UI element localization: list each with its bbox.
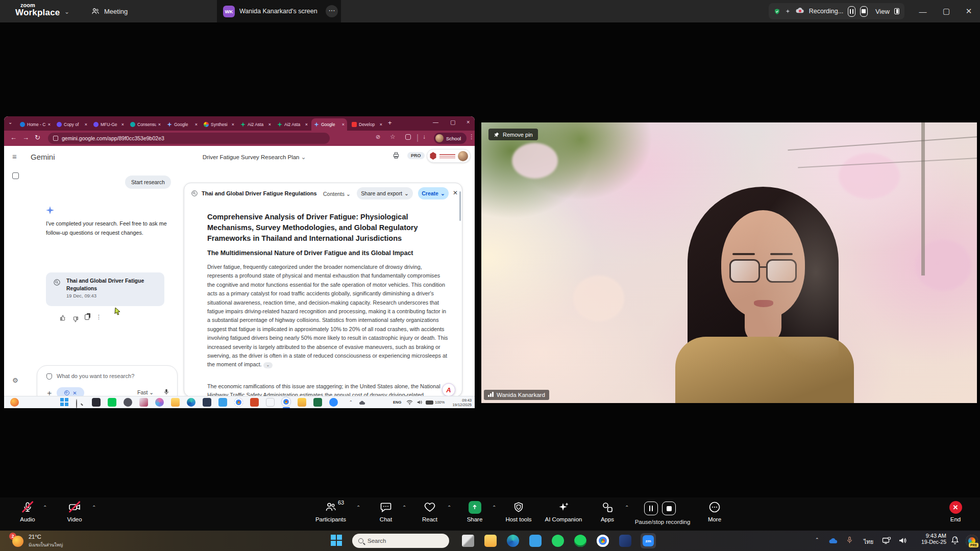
browser-close-button[interactable]: × xyxy=(467,119,470,125)
apps-chevron[interactable]: ⌃ xyxy=(625,505,629,510)
browser-tab[interactable]: Home - C× xyxy=(17,118,53,131)
settings-icon[interactable] xyxy=(124,398,132,407)
onedrive-icon[interactable] xyxy=(358,399,366,406)
eye-off-icon[interactable]: ⊘ xyxy=(376,134,380,140)
view-button[interactable]: View xyxy=(875,8,890,15)
browser-tab[interactable]: Synthesi× xyxy=(201,118,237,131)
close-button[interactable]: ✕ xyxy=(958,0,980,22)
mic-active-icon[interactable] xyxy=(846,536,853,545)
browser-tab-active[interactable]: Google× xyxy=(311,118,347,131)
video-options-chevron[interactable]: ⌃ xyxy=(92,505,96,510)
browser-tab[interactable]: Develop× xyxy=(349,118,385,131)
bookmark-star-icon[interactable]: ☆ xyxy=(390,133,396,140)
react-button[interactable]: React xyxy=(405,500,454,522)
participants-chevron[interactable]: ⌃ xyxy=(356,505,360,510)
notepad-icon[interactable] xyxy=(266,398,275,407)
close-icon[interactable]: × xyxy=(121,122,124,127)
widgets-icon[interactable] xyxy=(92,398,101,407)
language-indicator[interactable]: ไทย xyxy=(864,537,873,546)
start-icon[interactable] xyxy=(331,535,343,547)
tab-meeting[interactable]: Meeting xyxy=(91,0,128,22)
snipping-tool-icon[interactable] xyxy=(139,398,148,407)
browser-profile-button[interactable]: School xyxy=(434,133,467,144)
conversation-title[interactable]: Driver Fatigue Survey Research Plan ⌄ xyxy=(152,154,356,161)
browser-tab[interactable]: MFU-Ge× xyxy=(91,118,127,131)
clock[interactable]: 09:43 19/12/2025 xyxy=(447,398,472,407)
start-icon[interactable] xyxy=(60,398,69,407)
battery-icon[interactable] xyxy=(426,400,433,405)
whatsapp-icon[interactable] xyxy=(552,535,564,547)
downloads-icon[interactable] xyxy=(298,398,306,407)
store-icon[interactable] xyxy=(218,398,227,407)
cast-display-icon[interactable] xyxy=(882,536,891,545)
address-bar[interactable]: gemini.google.com/app/89f0cc353e9b02e3 xyxy=(48,133,330,144)
audio-options-chevron[interactable]: ⌃ xyxy=(43,505,47,510)
acrobat-pdf-fab[interactable]: A xyxy=(442,383,455,396)
ai-companion-button[interactable]: AI Companion xyxy=(539,500,588,522)
copy-icon[interactable] xyxy=(85,314,89,320)
new-chat-icon[interactable] xyxy=(12,172,19,179)
tray-expand-icon[interactable]: ⌃ xyxy=(815,537,819,542)
chrome-active-icon[interactable] xyxy=(282,397,290,406)
scrollbar[interactable] xyxy=(459,191,461,221)
browser-minimize-button[interactable]: — xyxy=(433,119,438,125)
tab-options-icon[interactable]: ⋯ xyxy=(326,5,338,17)
video-button[interactable]: Video xyxy=(50,500,99,522)
file-explorer-icon[interactable] xyxy=(484,535,497,547)
hamburger-menu-icon[interactable]: ≡ xyxy=(12,152,17,161)
view-layout-icon[interactable] xyxy=(894,8,899,14)
close-icon[interactable]: × xyxy=(195,122,198,127)
pause-recording-button[interactable] xyxy=(848,6,855,17)
close-icon[interactable]: × xyxy=(158,122,161,127)
host-tools-button[interactable]: Host tools xyxy=(494,500,543,522)
language-indicator[interactable]: ENG xyxy=(393,400,401,405)
tab-shared-screen[interactable]: WK Wanida Kanarkard's screen xyxy=(217,0,341,22)
chevron-down-icon[interactable]: ⌄ xyxy=(64,8,69,15)
start-research-button[interactable]: Start research xyxy=(125,176,171,189)
weather-icon[interactable] xyxy=(12,536,23,547)
speaker-icon[interactable] xyxy=(416,399,423,405)
search-box[interactable]: Search xyxy=(352,534,449,548)
stop-recording-button[interactable] xyxy=(662,502,676,515)
research-doc-card[interactable]: Thai and Global Driver Fatigue Regulatio… xyxy=(46,272,164,306)
maximize-button[interactable]: ▢ xyxy=(935,0,958,22)
close-icon[interactable]: × xyxy=(305,122,308,127)
close-icon[interactable]: × xyxy=(380,122,382,127)
expand-chevron-icon[interactable]: ⌄ xyxy=(263,362,273,368)
excel-icon[interactable] xyxy=(313,398,322,407)
stop-recording-button[interactable] xyxy=(860,6,868,17)
ai-sparkle-icon[interactable] xyxy=(785,7,791,15)
more-options-icon[interactable]: ⋮ xyxy=(96,314,102,320)
end-button[interactable]: ✕ End xyxy=(931,500,980,522)
close-icon[interactable]: × xyxy=(232,122,234,127)
close-icon[interactable]: ✕ xyxy=(72,390,77,396)
download-icon[interactable]: ↓ xyxy=(423,133,426,140)
chrome-icon[interactable] xyxy=(234,398,243,407)
task-view-icon[interactable] xyxy=(462,535,474,547)
minimize-button[interactable]: — xyxy=(912,0,934,22)
onedrive-icon[interactable] xyxy=(828,537,839,544)
browser-tab[interactable]: Ai2 Asta× xyxy=(275,118,310,131)
spotify-icon[interactable] xyxy=(574,535,586,547)
participants-button[interactable]: 63 Participants xyxy=(306,500,355,522)
search-icon[interactable] xyxy=(76,399,85,408)
edge-icon[interactable] xyxy=(507,535,519,547)
share-button[interactable]: Share xyxy=(450,500,499,522)
contents-button[interactable]: Contents ⌄ xyxy=(323,191,351,197)
remove-pin-button[interactable]: Remove pin xyxy=(488,129,538,140)
chrome-icon[interactable] xyxy=(597,535,609,547)
reload-icon[interactable]: ↻ xyxy=(35,134,40,141)
store-icon[interactable] xyxy=(529,535,542,547)
close-panel-icon[interactable]: ✕ xyxy=(453,189,458,196)
audio-button[interactable]: Audio xyxy=(3,500,52,522)
tray-expand-icon[interactable]: ⌃ xyxy=(349,400,353,405)
chat-button[interactable]: Chat xyxy=(361,500,410,522)
browser-tab[interactable]: Consensu× xyxy=(128,118,163,131)
close-icon[interactable]: × xyxy=(342,122,345,127)
back-icon[interactable]: ← xyxy=(10,134,17,141)
powerpoint-icon[interactable] xyxy=(250,398,259,407)
pinned-video-tile[interactable]: Remove pin Wanida Kanarkard xyxy=(481,122,977,403)
account-pill[interactable] xyxy=(427,149,471,163)
security-shield-icon[interactable] xyxy=(774,7,780,16)
browser-maximize-button[interactable]: ▢ xyxy=(450,119,455,126)
